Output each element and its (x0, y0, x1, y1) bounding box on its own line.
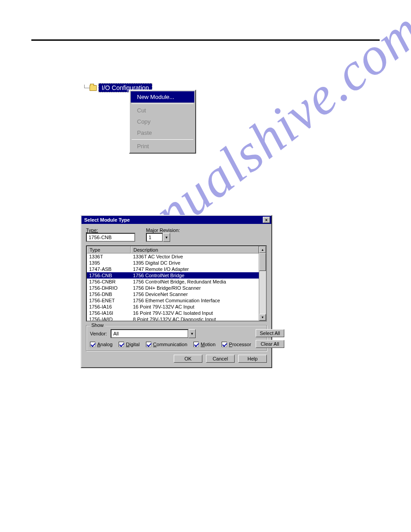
ok-button[interactable]: OK (174, 355, 202, 363)
vendor-select[interactable]: All ▼ (111, 329, 196, 338)
list-item-selected[interactable]: 1756-CNB1756 ControlNet Bridge (87, 272, 259, 279)
scroll-up-icon[interactable]: ▲ (259, 246, 266, 253)
col-header-description[interactable]: Description (131, 246, 259, 253)
checkbox-communication[interactable]: Communication (146, 342, 187, 347)
tree-connector (81, 85, 90, 91)
dialog-button-row: OK Cancel Help (86, 355, 267, 363)
checkbox-motion[interactable]: Motion (193, 342, 215, 347)
list-header: Type Description (87, 246, 259, 253)
label-type: Type: (86, 227, 135, 233)
list-item[interactable]: 13951395 Digital DC Drive (87, 260, 259, 266)
label-vendor: Vendor: (90, 331, 107, 336)
module-listbox[interactable]: Type Description 1336T1336T AC Vector Dr… (86, 245, 267, 322)
close-icon[interactable]: × (263, 217, 270, 223)
menu-separator (132, 139, 193, 140)
type-input[interactable]: 1756-CNB (86, 233, 135, 242)
checkbox-icon (222, 342, 227, 347)
list-item[interactable]: 1756-IA8D8 Point 79V-132V AC Diagnostic … (87, 316, 259, 322)
major-revision-select[interactable]: 1 ▼ (146, 233, 170, 242)
chevron-down-icon[interactable]: ▼ (163, 233, 170, 242)
label-major-revision: Major Revision: (146, 227, 180, 233)
checkbox-icon (146, 342, 151, 347)
cancel-button[interactable]: Cancel (206, 355, 235, 363)
checkbox-analog[interactable]: Analog (90, 342, 112, 347)
dialog-select-module-type: Select Module Type × Type: 1756-CNB Majo… (81, 215, 272, 368)
folder-icon (90, 85, 97, 91)
checkbox-digital[interactable]: Digital (119, 342, 140, 347)
checkbox-icon (119, 342, 124, 347)
checkbox-icon (193, 342, 199, 347)
dialog-titlebar[interactable]: Select Module Type × (81, 216, 271, 224)
select-all-button[interactable]: Select All (256, 329, 284, 337)
menu-separator (132, 103, 193, 104)
context-menu: New Module... Cut Copy Paste Print (129, 90, 196, 154)
col-header-type[interactable]: Type (87, 246, 131, 253)
vendor-value: All (111, 329, 188, 338)
scrollbar[interactable]: ▲ ▼ (259, 246, 266, 321)
help-button[interactable]: Help (238, 355, 267, 363)
chevron-down-icon[interactable]: ▼ (188, 329, 196, 338)
list-item[interactable]: 1756-IA16I16 Point 79V-132V AC Isolated … (87, 310, 259, 316)
list-item[interactable]: 1336T1336T AC Vector Drive (87, 253, 259, 260)
list-item[interactable]: 1756-IA1616 Point 79V-132V AC Input (87, 304, 259, 310)
tree-context-area: I/O Configuration New Module... Cut Copy… (81, 83, 152, 92)
list-item[interactable]: 1747-ASB1747 Remote I/O Adapter (87, 266, 259, 272)
major-revision-value: 1 (146, 233, 163, 242)
list-item[interactable]: 1756-ENET1756 Ethernet Communication Int… (87, 297, 259, 304)
list-item[interactable]: 1756-DNB1756 DeviceNet Scanner (87, 291, 259, 297)
menu-cut: Cut (131, 105, 194, 116)
menu-copy: Copy (131, 116, 194, 127)
list-item[interactable]: 1756-DHRIO1756 DH+ Bridge/RIO Scanner (87, 285, 259, 291)
scroll-down-icon[interactable]: ▼ (259, 314, 266, 321)
page-rule (31, 39, 380, 41)
menu-print: Print (131, 141, 194, 152)
checkbox-processor[interactable]: Processor (222, 342, 251, 347)
clear-all-button[interactable]: Clear All (256, 340, 284, 348)
menu-paste: Paste (131, 127, 194, 138)
scroll-thumb[interactable] (259, 253, 266, 271)
groupbox-title: Show (90, 322, 105, 328)
list-item[interactable]: 1756-CNBR1756 ControlNet Bridge, Redunda… (87, 279, 259, 285)
groupbox-show: Show Vendor: All ▼ Analog Digital Commun… (86, 325, 267, 351)
dialog-title: Select Module Type (84, 217, 130, 223)
checkbox-icon (90, 342, 95, 347)
menu-new-module[interactable]: New Module... (131, 91, 194, 103)
